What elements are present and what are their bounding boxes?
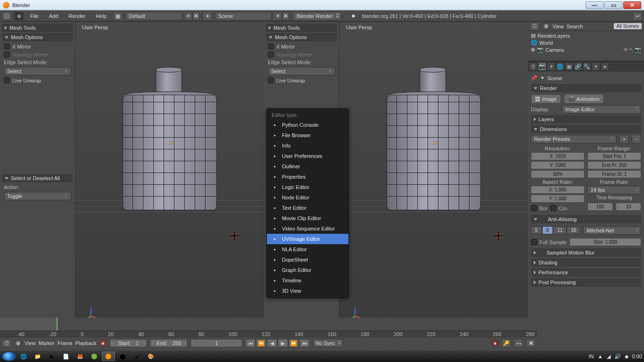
render-vis-icon[interactable]: 📷 — [635, 47, 641, 53]
checkbox-icon[interactable] — [4, 77, 10, 83]
editor-type-item[interactable]: ▪Graph Editor — [267, 265, 348, 275]
play-rev-button[interactable]: ◀ — [267, 339, 277, 347]
operator-redo-header[interactable]: Select or Deselect All — [2, 174, 73, 182]
mesh-options-header-r[interactable]: Mesh Options — [266, 33, 337, 41]
tab-pin-icon[interactable]: ⚲ — [529, 62, 537, 71]
scene-field[interactable]: Scene — [215, 12, 272, 20]
aa-16-button[interactable]: 16 — [567, 226, 580, 234]
start-frame-field-tl[interactable]: Start: 1 — [109, 339, 147, 347]
scene-add-button[interactable]: + — [274, 12, 282, 20]
aa-11-button[interactable]: 11 — [553, 226, 567, 234]
tl-marker[interactable]: Marker — [39, 340, 55, 346]
task-app5-icon[interactable]: 🎨 — [144, 352, 157, 361]
outliner-view[interactable]: View — [553, 24, 564, 29]
task-app3-icon[interactable]: 🟢 — [88, 352, 101, 361]
key-delete-icon[interactable]: ✖ — [526, 339, 536, 347]
task-explorer-icon[interactable]: 📁 — [31, 352, 44, 361]
fps-dropdown[interactable]: 24 fps — [587, 186, 641, 194]
tab-object-icon[interactable]: ▣ — [565, 62, 573, 71]
sync-dropdown[interactable]: No Sync — [313, 339, 343, 347]
outliner-item-world[interactable]: 🌐World — [530, 39, 642, 46]
menu-file[interactable]: File — [26, 13, 42, 19]
performance-header[interactable]: Performance — [531, 268, 641, 277]
pin-icon[interactable]: 📌 — [531, 75, 537, 81]
preset-add-button[interactable]: + — [619, 135, 629, 143]
keying-set-icon[interactable]: 🔑 — [502, 339, 511, 347]
tab-scene-icon[interactable]: ✦ — [547, 62, 555, 71]
editor-type-item[interactable]: ▪Logic Editor — [267, 182, 348, 192]
dimensions-section-header[interactable]: Dimensions — [531, 125, 641, 133]
edge-select-dropdown-r[interactable]: Select — [268, 67, 335, 75]
aa-8-button[interactable]: 8 — [542, 226, 553, 234]
maximize-button[interactable]: ▭ — [604, 1, 622, 9]
x-mirror-row[interactable]: X Mirror — [2, 42, 73, 50]
menu-add[interactable]: Add — [45, 13, 62, 19]
outliner-item-camera[interactable]: ⊕📷Camera 👁↖📷 — [530, 46, 642, 53]
viewport-left[interactable]: User Persp (1) Cylinder — [75, 22, 264, 339]
tray-flag-icon[interactable]: ▲ — [598, 354, 603, 359]
close-button[interactable]: ✕ — [623, 1, 641, 9]
display-dropdown[interactable]: Image Editor — [562, 105, 641, 114]
layout-icon[interactable]: ▦ — [113, 12, 123, 20]
aa-section-header[interactable]: Anti-Aliasing — [531, 215, 641, 223]
jump-start-button[interactable]: ⏮ — [245, 339, 256, 347]
tl-view[interactable]: View — [25, 340, 36, 346]
editor-type-item[interactable]: ▪Properties — [267, 172, 348, 182]
tl-frame[interactable]: Frame — [58, 340, 73, 346]
edge-select-dropdown[interactable]: Select — [4, 67, 71, 75]
next-key-button[interactable]: ⏩ — [289, 339, 299, 347]
border-checkbox[interactable]: Bor — [531, 205, 547, 211]
editor-type-item[interactable]: ▪Outliner — [267, 161, 348, 172]
render-presets-dropdown[interactable]: Render Presets — [531, 135, 617, 143]
task-app4-icon[interactable]: 🖌 — [130, 352, 143, 361]
editor-type-item[interactable]: ▪User Preferences — [267, 151, 348, 161]
current-frame-field[interactable]: 1 — [190, 339, 242, 347]
viewport-right[interactable]: User Persp (1) Cylinder — [339, 22, 528, 339]
task-app1-icon[interactable]: 📄 — [59, 352, 73, 361]
prev-key-button[interactable]: ⏪ — [256, 339, 266, 347]
timeline-cursor[interactable] — [57, 318, 58, 330]
editor-type-item[interactable]: ▪UV/Image Editor — [267, 234, 348, 244]
filter-size-field[interactable]: Size: 1.000 — [570, 238, 641, 246]
end-frame-field-tl[interactable]: End: 250 — [150, 339, 188, 347]
motion-blur-header[interactable]: Sampled Motion Blur — [531, 248, 641, 257]
tab-world-icon[interactable]: 🌐 — [556, 62, 564, 71]
jump-end-button[interactable]: ⏭ — [299, 339, 310, 347]
checkbox-icon[interactable] — [4, 43, 10, 49]
editor-type-icon[interactable]: ⓘ — [2, 12, 11, 20]
record-icon[interactable]: ● — [99, 339, 107, 347]
x-mirror-row-r[interactable]: X Mirror — [266, 42, 337, 50]
editor-type-item[interactable]: ▪Text Editor — [267, 203, 348, 213]
tray-volume-icon[interactable]: 🔊 — [614, 354, 621, 360]
editor-type-item[interactable]: ▪Python Console — [267, 120, 348, 130]
shading-header[interactable]: Shading — [531, 258, 641, 267]
eye-icon[interactable]: 👁 — [623, 47, 628, 53]
cursor-icon[interactable]: ↖ — [629, 47, 634, 53]
outliner-search[interactable]: Search — [567, 24, 583, 29]
task-app2-icon[interactable]: 🦊 — [74, 352, 87, 361]
mesh-tools-header[interactable]: Mesh Tools — [2, 24, 73, 32]
back-to-prev-icon[interactable]: ↩ — [633, 12, 642, 20]
remap-new-field[interactable]: 10 — [616, 203, 641, 211]
motion-blur-checkbox-icon[interactable] — [538, 250, 544, 255]
timeline-expand-icon[interactable]: ⊕ — [14, 339, 22, 347]
editor-type-item[interactable]: ▪Video Sequence Editor — [267, 223, 348, 234]
editor-type-item[interactable]: ▪Node Editor — [267, 192, 348, 203]
lang-indicator[interactable]: IN — [589, 354, 594, 359]
aa-5-button[interactable]: 5 — [531, 226, 542, 234]
live-unwrap-row-r[interactable]: Live Unwrap — [266, 76, 337, 84]
tab-render-icon[interactable]: 📷 — [538, 62, 546, 71]
layout-add-button[interactable]: + — [185, 12, 192, 20]
aa-checkbox-icon[interactable] — [540, 216, 545, 222]
aspect-y-field[interactable]: Y: 1.000 — [531, 195, 585, 203]
start-frame-field[interactable]: Start Fra: 1 — [587, 152, 641, 160]
remap-old-field[interactable]: 100 — [587, 203, 613, 211]
mesh-tools-header-r[interactable]: Mesh Tools — [266, 24, 337, 32]
crumb-scene[interactable]: Scene — [547, 75, 562, 81]
expand-icon[interactable]: ⊕ — [14, 12, 24, 20]
editor-type-item[interactable]: ▪Movie Clip Editor — [267, 213, 348, 223]
editor-type-item[interactable]: ▪Info — [267, 140, 348, 151]
full-sample-checkbox[interactable]: Full Sample — [531, 239, 567, 245]
timeline-track[interactable] — [0, 318, 537, 331]
task-ie-icon[interactable]: 🌐 — [17, 352, 30, 361]
